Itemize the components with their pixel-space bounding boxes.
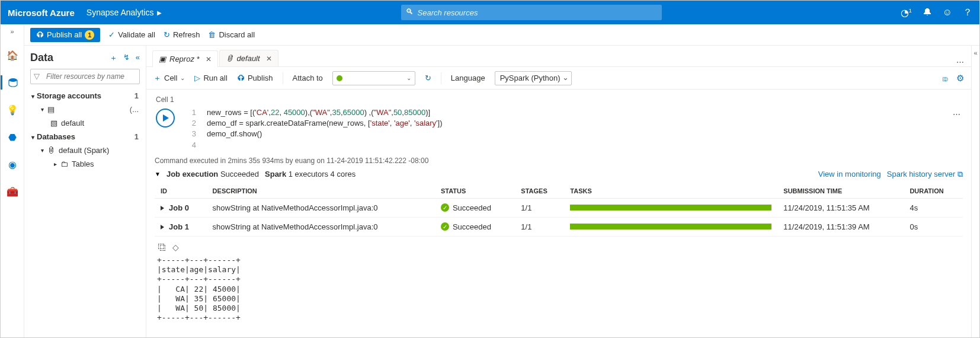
caret-down-icon: ▾ [31, 93, 34, 100]
task-progress-bar [570, 224, 771, 229]
top-right-icons: ◔1 🔔︎ ☺ ？ [901, 7, 972, 19]
tree-section-databases[interactable]: ▾Databases 1 [30, 130, 140, 144]
job-table: ID DESCRIPTION STATUS STAGES TASKS SUBMI… [155, 184, 963, 237]
tree-section-storage[interactable]: ▾Storage accounts 1 [30, 89, 140, 103]
action-bar: ⮉ Publish all 1 ✓Validate all ↻Refresh 🗑… [24, 24, 979, 46]
tab-default[interactable]: 🛢 default ✕ [219, 50, 278, 66]
folder-icon: ▧ [50, 119, 57, 127]
tab-notebook[interactable]: ▣ Reproz * ✕ [152, 50, 218, 67]
directory-icon[interactable]: ◔1 [901, 7, 912, 18]
restart-icon[interactable]: ↻ [425, 74, 431, 82]
monitor-icon[interactable]: ◉ [1, 157, 24, 171]
caret-down-icon: ▼ [155, 171, 161, 177]
develop-icon[interactable]: 💡 [1, 103, 24, 117]
cell-more-icon[interactable]: ⋯ [950, 107, 963, 151]
chevron-right-icon: ▶ [157, 9, 162, 16]
caret-right-icon: ▸ [54, 161, 57, 167]
tab-bar: ▣ Reproz * ✕ 🛢 default ✕ ⋯ [146, 46, 971, 67]
orchestrate-icon[interactable]: ⬣ [1, 130, 24, 144]
upload-icon: ⮉ [36, 30, 44, 39]
col-duration: DURATION [904, 184, 963, 199]
more-icon[interactable]: ⋯ [949, 58, 971, 66]
success-icon: ✓ [441, 203, 449, 212]
link-icon[interactable]: ↯ [123, 53, 130, 63]
search-input[interactable] [401, 5, 662, 20]
execution-info: Command executed in 2mins 35s 934ms by e… [155, 157, 963, 165]
play-icon [163, 114, 169, 122]
run-cell-button[interactable] [156, 109, 175, 127]
table-row[interactable]: Job 1showString at NativeMethodAccessorI… [155, 217, 963, 236]
success-icon: ✓ [441, 222, 449, 231]
feedback-icon[interactable]: ☺ [943, 7, 952, 18]
upload-icon: ⮉ [237, 74, 245, 82]
job-execution-header[interactable]: ▼ Job execution Succeeded Spark 1 execut… [155, 170, 963, 179]
plus-icon: ＋ [153, 73, 161, 84]
container-item[interactable]: ▧ default [30, 116, 140, 130]
svg-point-0 [9, 78, 17, 82]
collapse-sidebar-icon[interactable]: « [136, 53, 140, 63]
publish-all-button[interactable]: ⮉ Publish all 1 [30, 28, 100, 42]
search-icon: 🔍︎ [406, 7, 414, 16]
cell-label: Cell 1 [156, 95, 963, 104]
table-row[interactable]: Job 0showString at NativeMethodAccessorI… [155, 198, 963, 217]
copy-output-icon[interactable]: ⿻ [158, 243, 166, 252]
top-bar: Microsoft Azure Synapse Analytics ▶ 🔍︎ ◔… [1, 1, 979, 24]
cell-output: +-----+---+------+ |state|age|salary| +-… [157, 256, 963, 323]
collapse-right-button[interactable]: « [971, 46, 979, 337]
tables-item[interactable]: ▸ 🗀 Tables [30, 157, 140, 171]
code-editor[interactable]: 1new_rows = [('CA',22, 45000),("WA",35,6… [183, 107, 950, 151]
caret-down-icon: ▾ [31, 134, 34, 141]
language-select[interactable]: PySpark (Python) [495, 71, 572, 85]
variables-icon[interactable]: ⎄ [943, 73, 948, 84]
filter-icon: ▽ [34, 72, 40, 81]
settings-icon[interactable]: ⚙ [956, 73, 964, 84]
col-time: SUBMISSION TIME [777, 184, 904, 199]
manage-icon[interactable]: 🧰 [1, 184, 24, 199]
attach-to-select[interactable]: ⌄ [332, 71, 415, 85]
notebook-body: Cell 1 1new_rows = [('CA',22, 45000),("W… [146, 90, 971, 337]
help-icon[interactable]: ？ [963, 7, 972, 19]
main-area: ▣ Reproz * ✕ 🛢 default ✕ ⋯ ＋Cell ⌄ ▷Run … [146, 46, 971, 337]
check-icon: ✓ [108, 30, 115, 39]
breadcrumb[interactable]: Synapse Analytics ▶ [87, 8, 162, 17]
run-all-button[interactable]: ▷Run all [194, 74, 227, 82]
view-monitoring-link[interactable]: View in monitoring [818, 170, 881, 178]
breadcrumb-label: Synapse Analytics [87, 8, 154, 17]
add-cell-button[interactable]: ＋Cell ⌄ [153, 73, 185, 84]
sidebar-title: Data [30, 52, 53, 64]
db-icon: 🛢 [226, 54, 233, 63]
validate-all-button[interactable]: ✓Validate all [108, 30, 155, 39]
filter-input[interactable] [30, 69, 140, 84]
play-icon: ▷ [194, 74, 200, 82]
caret-down-icon: ▾ [41, 147, 44, 154]
data-sidebar: Data ＋ ↯ « ▽ ▾Storage accounts 1 ▾ [24, 46, 146, 337]
status-dot-icon [337, 75, 342, 81]
expand-rail-button[interactable]: » [8, 28, 17, 35]
discard-all-button[interactable]: 🗑Discard all [208, 30, 255, 39]
refresh-button[interactable]: ↻Refresh [164, 30, 200, 39]
col-stages: STAGES [515, 184, 564, 199]
spark-history-link[interactable]: Spark history server ⧉ [887, 170, 963, 179]
database-item[interactable]: ▾ 🛢 default (Spark) [30, 144, 140, 157]
chevron-down-icon: ⌄ [180, 75, 185, 81]
external-link-icon: ⧉ [957, 170, 963, 178]
col-tasks: TASKS [564, 184, 777, 199]
storage-account-item[interactable]: ▾ ▤ (... [30, 103, 140, 116]
col-status: STATUS [435, 184, 515, 199]
database-icon: 🛢 [47, 146, 55, 155]
notebook-icon: ▣ [159, 55, 166, 63]
close-icon[interactable]: ✕ [206, 55, 212, 63]
add-icon[interactable]: ＋ [110, 53, 117, 63]
task-progress-bar [570, 205, 771, 211]
refresh-icon: ↻ [164, 30, 170, 39]
data-icon[interactable] [1, 75, 24, 90]
col-id: ID [155, 184, 207, 199]
caret-right-icon [161, 206, 164, 211]
home-icon[interactable]: 🏠 [1, 48, 24, 62]
caret-right-icon [161, 225, 164, 229]
publish-button[interactable]: ⮉Publish [237, 74, 273, 82]
notifications-icon[interactable]: 🔔︎ [923, 7, 932, 18]
attach-to-label: Attach to [293, 74, 323, 82]
close-icon[interactable]: ✕ [266, 55, 272, 63]
clear-output-icon[interactable]: ◇ [172, 243, 179, 252]
